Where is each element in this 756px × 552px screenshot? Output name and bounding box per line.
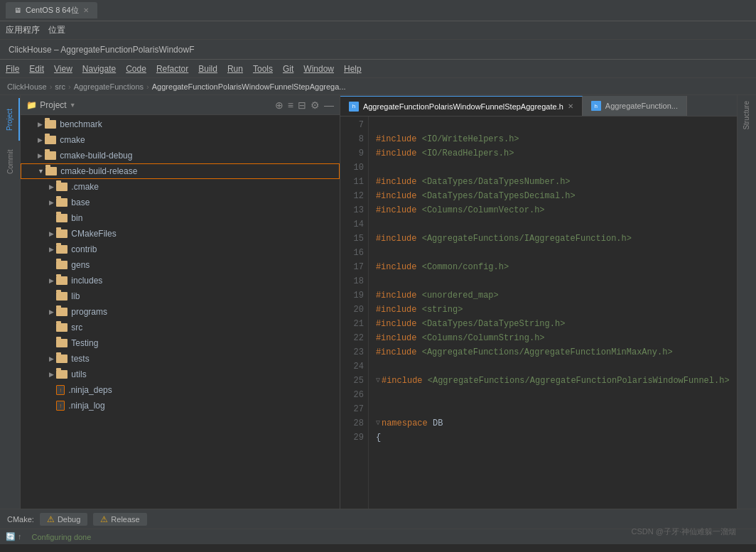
fold-icon: ▽ bbox=[376, 374, 380, 388]
list-item[interactable]: src bbox=[21, 320, 340, 335]
tab-file-icon: h bbox=[349, 102, 359, 112]
tree-collapse-icon[interactable]: ⊟ bbox=[298, 99, 306, 111]
list-item[interactable]: ▶ CMakeFiles bbox=[21, 226, 340, 242]
sidebar-item-commit[interactable]: Commit bbox=[0, 141, 20, 183]
list-item[interactable]: ▶ base bbox=[21, 195, 340, 210]
tree-expand-icon[interactable]: ⊕ bbox=[275, 99, 284, 111]
list-item[interactable]: ▶ cmake bbox=[21, 132, 340, 148]
os-app-position[interactable]: 位置 bbox=[48, 24, 65, 36]
tree-settings-icon[interactable]: ⚙ bbox=[310, 99, 320, 111]
cmake-label: CMake: bbox=[7, 515, 34, 524]
tree-item-label: Testing bbox=[71, 338, 98, 348]
breadcrumb-src[interactable]: src bbox=[55, 82, 65, 91]
arrow-icon: ▶ bbox=[46, 199, 56, 206]
list-item[interactable]: ▶ cmake-build-debug bbox=[21, 148, 340, 163]
project-nav-icons[interactable]: 🔄 ↑ bbox=[6, 532, 22, 541]
editor-tabs: h AggregateFunctionPolarisWindowFunnelSt… bbox=[340, 95, 737, 117]
menu-help[interactable]: Help bbox=[344, 64, 362, 74]
list-item[interactable]: ▶ benchmark bbox=[21, 117, 340, 132]
menu-run[interactable]: Run bbox=[227, 64, 243, 74]
list-item[interactable]: ! .ninja_deps bbox=[21, 382, 340, 398]
os-tab[interactable]: 🖥 CentOS 8 64位 ✕ bbox=[6, 2, 97, 18]
breadcrumb-file: AggregateFunctionPolarisWindowFunnelStep… bbox=[152, 82, 346, 91]
tree-item-label: base bbox=[71, 197, 90, 207]
tree-layout-icon[interactable]: ≡ bbox=[288, 99, 293, 111]
list-item[interactable]: bin bbox=[21, 210, 340, 226]
list-item[interactable]: ▶ programs bbox=[21, 304, 340, 320]
os-tab-label: CentOS 8 64位 bbox=[26, 5, 79, 16]
list-item[interactable]: ▶ .cmake bbox=[21, 179, 340, 195]
menu-edit[interactable]: Edit bbox=[29, 64, 44, 74]
breadcrumb-clickhouse[interactable]: ClickHouse bbox=[7, 82, 47, 91]
code-line: #include <AggregateFunctions/AggregateFu… bbox=[376, 345, 730, 359]
list-item[interactable]: ▶ utils bbox=[21, 367, 340, 382]
menu-navigate[interactable]: Navigate bbox=[82, 64, 116, 74]
ide-menubar: File Edit View Navigate Code Refactor Bu… bbox=[0, 60, 756, 78]
list-item[interactable]: ! .ninja_log bbox=[21, 398, 340, 413]
code-editor[interactable]: 7 8 9 10 11 12 13 14 15 16 17 18 19 20 2… bbox=[340, 117, 737, 509]
os-tab-close[interactable]: ✕ bbox=[83, 6, 89, 14]
menu-tools[interactable]: Tools bbox=[253, 64, 273, 74]
menu-view[interactable]: View bbox=[54, 64, 72, 74]
tab-active[interactable]: h AggregateFunctionPolarisWindowFunnelSt… bbox=[340, 96, 583, 116]
tree-close-icon[interactable]: — bbox=[324, 99, 334, 111]
release-button[interactable]: ⚠ Release bbox=[93, 513, 146, 526]
code-line: ▽#include <AggregateFunctions/AggregateF… bbox=[376, 374, 730, 388]
project-dropdown-icon[interactable]: ▼ bbox=[70, 102, 76, 109]
tree-item-label: lib bbox=[71, 291, 80, 301]
list-item[interactable]: ▶ contrib bbox=[21, 242, 340, 257]
list-item[interactable]: gens bbox=[21, 257, 340, 273]
commit-label: Commit bbox=[6, 150, 14, 174]
menu-refactor[interactable]: Refactor bbox=[156, 64, 188, 74]
app-menu-bar: 应用程序 位置 bbox=[0, 21, 756, 40]
list-item[interactable]: ▼ cmake-build-release bbox=[21, 163, 340, 179]
menu-code[interactable]: Code bbox=[126, 64, 146, 74]
code-content: #include <IO/WriteHelpers.h> #include <I… bbox=[369, 117, 737, 509]
left-sidebar: Project Commit bbox=[0, 95, 21, 509]
code-line bbox=[376, 274, 730, 288]
fold-icon: ▽ bbox=[376, 416, 380, 431]
code-line bbox=[376, 359, 730, 374]
list-item[interactable]: ▶ includes bbox=[21, 273, 340, 288]
arrow-icon: ▶ bbox=[46, 230, 56, 237]
editor-area: h AggregateFunctionPolarisWindowFunnelSt… bbox=[340, 95, 737, 509]
tree-item-label: cmake-build-release bbox=[60, 166, 137, 176]
list-item[interactable]: ▶ tests bbox=[21, 351, 340, 367]
os-bar: 🖥 CentOS 8 64位 ✕ bbox=[0, 0, 756, 21]
menu-window[interactable]: Window bbox=[303, 64, 334, 74]
list-item[interactable]: lib bbox=[21, 288, 340, 304]
arrow-icon: ▶ bbox=[35, 152, 45, 159]
tab-close-icon[interactable]: ✕ bbox=[568, 102, 573, 110]
breadcrumb: ClickHouse › src › AggregateFunctions › … bbox=[0, 78, 756, 95]
debug-button[interactable]: ⚠ Debug bbox=[40, 513, 87, 526]
code-line: ▽namespace DB bbox=[376, 416, 730, 431]
folder-icon bbox=[45, 167, 57, 175]
tree-item-label: .ninja_deps bbox=[68, 385, 112, 395]
os-app-programs[interactable]: 应用程序 bbox=[6, 24, 40, 36]
menu-git[interactable]: Git bbox=[283, 64, 293, 74]
code-line: #include <DataTypes/DataTypesNumber.h> bbox=[376, 175, 730, 189]
code-line: #include <Columns/ColumnVector.h> bbox=[376, 203, 730, 217]
sidebar-item-structure[interactable]: Structure bbox=[741, 95, 752, 136]
code-line: #include <Columns/ColumnString.h> bbox=[376, 331, 730, 345]
right-sidebar: Structure bbox=[737, 95, 756, 509]
tree-item-label: cmake bbox=[60, 135, 85, 145]
warning-icon: ⚠ bbox=[47, 514, 55, 524]
sidebar-item-project[interactable]: Project bbox=[0, 98, 20, 141]
warning-icon: ⚠ bbox=[100, 514, 108, 524]
breadcrumb-aggregatefunctions[interactable]: AggregateFunctions bbox=[74, 82, 144, 91]
file-icon: ! bbox=[56, 385, 65, 395]
tree-item-label: gens bbox=[71, 260, 90, 270]
tree-item-label: CMakeFiles bbox=[71, 229, 116, 239]
code-line: #include <IO/WriteHelpers.h> bbox=[376, 132, 730, 146]
tab-inactive[interactable]: h AggregateFunction... bbox=[583, 96, 687, 116]
menu-build[interactable]: Build bbox=[198, 64, 217, 74]
tab-file-icon: h bbox=[591, 101, 601, 111]
code-line: #include <string> bbox=[376, 303, 730, 317]
ide-title-text: ClickHouse – AggregateFunctionPolarisWin… bbox=[9, 45, 194, 55]
arrow-icon: ▶ bbox=[46, 246, 56, 253]
code-line: #include <Common/config.h> bbox=[376, 260, 730, 274]
code-line: #include <AggregateFunctions/IAggregateF… bbox=[376, 232, 730, 246]
list-item[interactable]: Testing bbox=[21, 335, 340, 351]
menu-file[interactable]: File bbox=[6, 64, 19, 74]
